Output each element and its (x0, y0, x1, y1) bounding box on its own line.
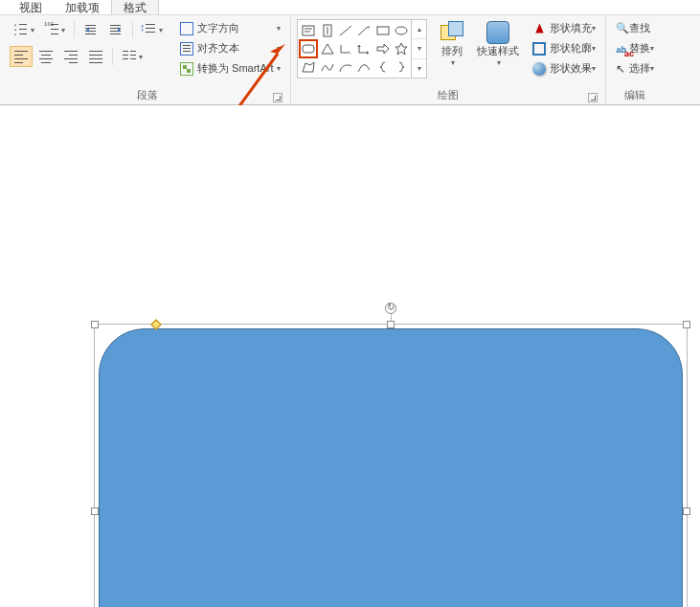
shape-star[interactable] (392, 39, 410, 57)
resize-handle-ml[interactable] (91, 507, 99, 515)
shape-rectangle[interactable] (373, 21, 392, 39)
svg-marker-13 (357, 45, 361, 47)
shape-triangle[interactable] (318, 39, 336, 57)
shape-freeform[interactable] (299, 58, 318, 77)
svg-rect-10 (303, 45, 314, 53)
bullets-button[interactable]: ▾ (10, 19, 38, 40)
shape-right-brace[interactable] (392, 58, 410, 77)
drawing-dialog-launcher[interactable] (588, 93, 598, 102)
resize-handle-tm[interactable] (387, 321, 395, 328)
group-editing: 查找 替换 ▾ 选择 ▾ 编辑 (606, 17, 664, 104)
quick-styles-icon (486, 21, 509, 44)
shape-rounded-rectangle[interactable] (299, 39, 318, 57)
gallery-scroll-up[interactable]: ▴ (412, 20, 426, 39)
svg-line-5 (340, 26, 351, 35)
shape-fill-label: 形状填充 (550, 21, 592, 35)
svg-rect-0 (303, 26, 314, 35)
resize-handle-tr[interactable] (683, 321, 690, 328)
svg-marker-12 (349, 51, 350, 55)
gallery-expand[interactable]: ▾ (412, 59, 426, 78)
shape-textbox[interactable] (299, 21, 318, 39)
svg-marker-17 (303, 62, 314, 72)
shape-fill-icon (532, 22, 546, 35)
text-direction-icon (180, 22, 193, 35)
shape-scribble[interactable] (318, 58, 336, 77)
svg-point-9 (395, 27, 407, 34)
ribbon: ▾ ▾ ▾ (0, 15, 700, 105)
tab-format[interactable]: 格式 (111, 0, 159, 14)
svg-rect-8 (377, 27, 389, 34)
svg-line-6 (358, 27, 368, 35)
smartart-icon (180, 62, 193, 76)
shape-textbox-vertical[interactable] (318, 21, 336, 39)
align-text-button[interactable]: 对齐文本 ▾ (176, 39, 284, 57)
line-spacing-button[interactable]: ▾ (138, 19, 167, 40)
quick-styles-button[interactable]: 快速样式 ▾ (471, 19, 525, 69)
group-drawing: ▴ ▾ ▾ 排列 ▾ 快速样式 ▾ 形状填充 ▾ (291, 17, 606, 104)
select-icon (616, 62, 629, 76)
gallery-scroll-down[interactable]: ▾ (412, 39, 426, 58)
align-left-button[interactable] (10, 46, 33, 67)
align-justify-button[interactable] (84, 46, 107, 67)
align-text-icon (180, 42, 193, 56)
increase-indent-button[interactable] (104, 19, 127, 40)
selected-rounded-rectangle[interactable] (94, 324, 688, 607)
svg-marker-7 (368, 26, 370, 29)
replace-icon (616, 43, 629, 55)
paragraph-group-label: 段落 (10, 88, 284, 104)
resize-handle-mr[interactable] (683, 507, 690, 515)
shape-curve[interactable] (355, 58, 373, 77)
selection-outline (94, 324, 688, 607)
shape-elbow-double-arrow[interactable] (355, 39, 373, 57)
svg-marker-11 (322, 44, 333, 54)
shapes-gallery[interactable]: ▴ ▾ ▾ (297, 19, 427, 79)
convert-smartart-button[interactable]: 转换为 SmartArt ▾ (176, 59, 284, 78)
shape-arrow-line[interactable] (355, 21, 373, 39)
arrange-icon (439, 21, 465, 44)
editing-group-label: 编辑 (612, 88, 658, 104)
shape-fill-button[interactable]: 形状填充 ▾ (529, 19, 599, 37)
svg-marker-16 (395, 43, 407, 55)
shape-effects-icon (532, 62, 546, 76)
shape-effects-button[interactable]: 形状效果 ▾ (529, 59, 599, 78)
text-direction-button[interactable]: 文字方向 ▾ (176, 19, 284, 37)
quick-styles-label: 快速样式 (477, 44, 519, 58)
find-icon (616, 22, 629, 34)
columns-button[interactable]: ▾ (118, 46, 147, 67)
canvas[interactable] (0, 105, 700, 603)
arrange-button[interactable]: 排列 ▾ (433, 19, 471, 69)
decrease-indent-button[interactable] (79, 19, 102, 40)
shape-effects-label: 形状效果 (550, 61, 592, 76)
resize-handle-tl[interactable] (91, 321, 99, 328)
align-center-button[interactable] (34, 46, 57, 67)
shape-elbow-arrow[interactable] (337, 39, 355, 57)
shape-line[interactable] (337, 21, 355, 39)
rotate-handle[interactable] (385, 303, 396, 314)
shape-oval[interactable] (392, 21, 410, 39)
svg-marker-15 (377, 44, 389, 54)
arrange-label: 排列 (441, 44, 463, 58)
rounded-rectangle-shape[interactable] (99, 328, 683, 607)
tab-view[interactable]: 视图 (8, 0, 54, 14)
align-text-label: 对齐文本 (197, 41, 239, 56)
align-right-button[interactable] (59, 46, 82, 67)
drawing-group-label: 绘图 (297, 88, 599, 104)
replace-button[interactable]: 替换 ▾ (612, 39, 658, 57)
tab-addin[interactable]: 加载项 (54, 0, 111, 14)
numbering-button[interactable]: ▾ (40, 19, 69, 40)
select-button[interactable]: 选择 ▾ (612, 59, 658, 78)
shape-outline-icon (532, 42, 546, 56)
shape-arc[interactable] (337, 58, 355, 77)
convert-smartart-label: 转换为 SmartArt (197, 61, 273, 76)
svg-marker-14 (367, 51, 369, 55)
find-label: 查找 (629, 21, 650, 35)
shape-outline-button[interactable]: 形状轮廓 ▾ (529, 39, 599, 57)
group-paragraph: ▾ ▾ ▾ (4, 17, 291, 104)
shape-left-brace[interactable] (373, 58, 392, 77)
select-label: 选择 (629, 61, 650, 76)
paragraph-dialog-launcher[interactable] (273, 93, 282, 102)
shape-block-arrow-right[interactable] (373, 39, 392, 57)
find-button[interactable]: 查找 (612, 19, 658, 37)
text-direction-label: 文字方向 (197, 21, 239, 35)
shape-outline-label: 形状轮廓 (550, 41, 592, 56)
